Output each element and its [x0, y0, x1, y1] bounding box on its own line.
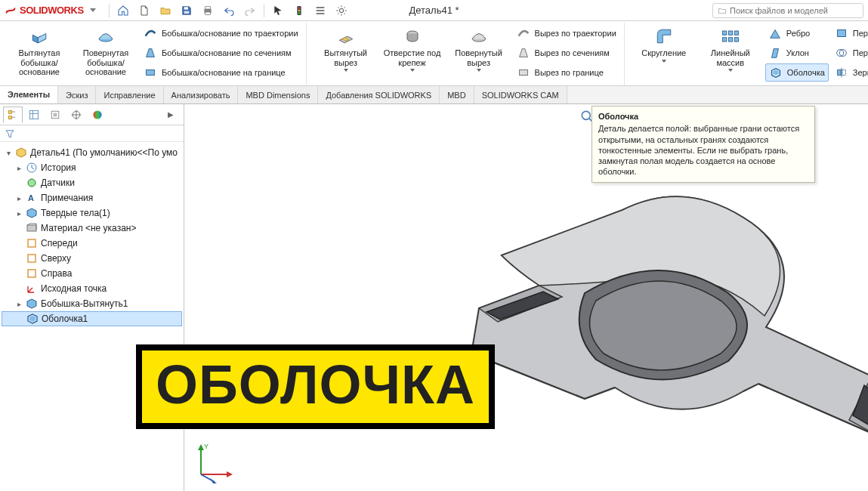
svg-rect-20: [734, 38, 738, 42]
titlebar: SOLIDWORKS Деталь41 *: [0, 0, 868, 21]
swept-boss-button[interactable]: Бобышка/основание по траектории: [141, 24, 301, 42]
wrap-button[interactable]: Перен: [832, 24, 868, 42]
open-button[interactable]: [156, 2, 175, 19]
fillet-button[interactable]: Скругление: [632, 24, 696, 63]
graphics-viewport[interactable]: Оболочка Деталь делается полой: выбранны…: [184, 104, 868, 491]
redo-icon: [244, 5, 256, 17]
collapse-icon[interactable]: ▾: [5, 149, 12, 157]
tree-feature-extrude[interactable]: ▸Бобышка-Вытянуть1: [2, 296, 182, 311]
expand-icon[interactable]: ▸: [15, 209, 23, 218]
intersect-button[interactable]: Пересе: [832, 44, 868, 62]
hole-wizard-button[interactable]: Отверстие под крепеж: [381, 24, 444, 72]
tab-mbd-dimensions[interactable]: MBD Dimensions: [238, 86, 318, 103]
mirror-button[interactable]: Зеркал: [832, 63, 868, 82]
fm-tab-tree[interactable]: [3, 107, 23, 123]
swept-cut-button[interactable]: Вырез по траектории: [514, 24, 619, 42]
tab-mbd[interactable]: MBD: [440, 86, 474, 103]
extrude-boss-button[interactable]: Вытянутая бобышка/основание: [8, 24, 71, 77]
home-icon: [117, 5, 129, 17]
print-button[interactable]: [198, 2, 218, 19]
fm-tab-appearance[interactable]: [88, 107, 107, 123]
feature-tree: ▾ Деталь41 (По умолчанию<<По умо ▸Истори…: [0, 142, 184, 329]
extrude-cut-button[interactable]: Вытянутый вырез: [314, 24, 378, 72]
tab-sw-addins[interactable]: Добавления SOLIDWORKS: [318, 86, 440, 103]
lofted-cut-button[interactable]: Вырез по сечениям: [514, 44, 619, 62]
sensors-icon: [26, 177, 38, 189]
expand-menu-icon[interactable]: [90, 8, 96, 12]
tree-material[interactable]: Материал <не указан>: [2, 221, 182, 236]
quick-access-toolbar: [107, 2, 351, 19]
hole-wizard-label: Отверстие под крепеж: [381, 48, 444, 67]
intersect-icon: [835, 46, 848, 60]
redo-button[interactable]: [240, 2, 260, 19]
solidworks-logo-icon: [5, 5, 17, 17]
boundary-cut-button[interactable]: Вырез по границе: [514, 63, 619, 82]
fm-tab-dim[interactable]: [66, 107, 86, 123]
cursor-icon: [272, 5, 284, 17]
svg-point-7: [298, 9, 300, 11]
rib-button[interactable]: Ребро: [765, 24, 829, 42]
shell-button[interactable]: Оболочка: [765, 63, 829, 82]
model-3d-part: [411, 165, 868, 491]
tab-sw-cam[interactable]: SOLIDWORKS CAM: [474, 86, 567, 103]
options-list-button[interactable]: [310, 2, 330, 19]
search-input[interactable]: [730, 6, 858, 15]
settings-button[interactable]: [332, 2, 351, 19]
undo-icon: [223, 5, 235, 17]
revolve-boss-button[interactable]: Повернутая бобышка/основание: [74, 24, 137, 77]
fm-tab-property[interactable]: [24, 107, 44, 123]
tree-origin[interactable]: Исходная точка: [2, 281, 182, 296]
expand-icon[interactable]: ▸: [15, 194, 23, 202]
target-icon: [70, 109, 82, 121]
lofted-boss-button[interactable]: Бобышка/основание по сечениям: [141, 44, 301, 62]
tree-sensors[interactable]: Датчики: [2, 175, 182, 190]
revolve-cut-button[interactable]: Повернутый вырез: [447, 24, 511, 72]
svg-point-9: [339, 8, 343, 12]
tab-analyze[interactable]: Анализировать: [164, 86, 239, 103]
tree-top-plane[interactable]: Сверху: [2, 251, 182, 266]
search-box[interactable]: [712, 3, 863, 18]
tree-right-plane[interactable]: Справа: [2, 266, 182, 281]
expand-icon[interactable]: ▸: [15, 300, 23, 308]
fillet-icon: [653, 26, 675, 47]
undo-button[interactable]: [219, 2, 239, 19]
svg-marker-46: [227, 471, 233, 477]
document-title: Деталь41 *: [409, 5, 459, 16]
draft-button[interactable]: Уклон: [765, 44, 829, 62]
tree-annotations[interactable]: ▸AПримечания: [2, 190, 182, 205]
tab-evaluate[interactable]: Исправление: [96, 86, 163, 103]
select-button[interactable]: [268, 2, 288, 19]
chevron-right-icon: ▶: [168, 110, 174, 119]
config-icon: [49, 109, 61, 121]
linear-pattern-button[interactable]: Линейный массив: [699, 24, 762, 72]
tree-solid-bodies[interactable]: ▸Твердые тела(1): [2, 205, 182, 221]
save-button[interactable]: [177, 2, 196, 19]
view-triad: Y: [192, 438, 237, 483]
tree-feature-shell[interactable]: Оболочка1: [2, 311, 182, 326]
fm-tab-config[interactable]: [45, 107, 65, 123]
extrude-boss-icon: [29, 26, 50, 47]
tree-front-plane[interactable]: Спереди: [2, 236, 182, 251]
tree-history[interactable]: ▸История: [2, 160, 182, 175]
fm-tab-more[interactable]: ▶: [161, 107, 181, 123]
filter-icon[interactable]: [5, 128, 15, 139]
feature-manager-tabs: ▶: [0, 104, 184, 125]
tree-root[interactable]: ▾ Деталь41 (По умолчанию<<По умо: [2, 145, 182, 160]
extrude-cut-icon: [335, 26, 357, 47]
boundary-boss-button[interactable]: Бобышка/основание на границе: [141, 63, 301, 82]
boundary-cut-icon: [517, 66, 530, 79]
save-icon: [181, 5, 193, 17]
svg-rect-25: [8, 116, 11, 119]
rebuild-button[interactable]: [289, 2, 309, 19]
origin-icon: [26, 283, 38, 295]
new-button[interactable]: [134, 2, 154, 19]
tab-features[interactable]: Элементы: [0, 86, 58, 103]
home-button[interactable]: [113, 2, 133, 19]
tooltip-title: Оболочка: [598, 111, 808, 122]
solid-body-icon: [26, 207, 38, 219]
svg-rect-24: [8, 110, 11, 113]
new-file-icon: [138, 5, 150, 17]
expand-icon[interactable]: ▸: [15, 164, 23, 172]
tab-sketch[interactable]: Эскиз: [58, 86, 96, 103]
rib-icon: [768, 26, 782, 40]
